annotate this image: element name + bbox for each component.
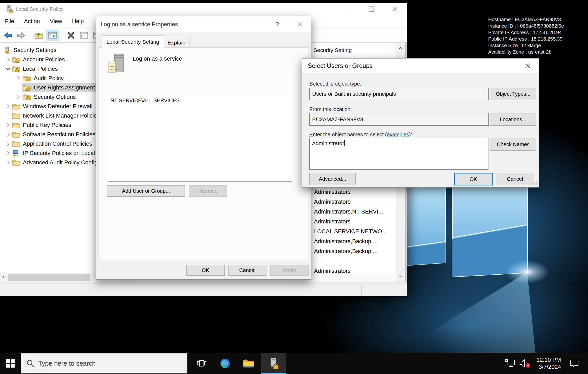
clock-time: 12:10 PM xyxy=(537,356,561,363)
dialog-close-button[interactable] xyxy=(520,59,535,73)
dialog-titlebar[interactable]: Log on as a service Properties ? xyxy=(96,16,311,33)
menu-action[interactable]: Action xyxy=(19,15,45,28)
apply-button[interactable]: Apply xyxy=(270,265,309,276)
statusbar-divider xyxy=(361,285,362,295)
remove-button[interactable]: Remove xyxy=(189,185,227,197)
dialog-button-row: OK Cancel Apply xyxy=(96,260,311,279)
accelerator: E xyxy=(309,132,313,137)
members-listbox[interactable]: NT SERVICE\ALL SERVICES xyxy=(108,96,292,182)
locations-button[interactable]: Locations... xyxy=(490,113,536,126)
help-button[interactable]: ? xyxy=(269,16,285,33)
resize-grip[interactable] xyxy=(532,181,537,186)
volume-tray-button[interactable] xyxy=(518,353,532,374)
from-location-label: From this location: xyxy=(309,106,352,112)
object-names-value: Administrator xyxy=(312,140,344,146)
toolbar-button-console-tree[interactable] xyxy=(46,30,59,41)
chevron-right-icon xyxy=(5,122,11,128)
chevron-left-icon xyxy=(2,275,6,279)
menu-view[interactable]: View xyxy=(45,15,67,28)
toolbar-button-delete[interactable] xyxy=(65,30,77,41)
folder-lock-icon xyxy=(23,93,31,101)
object-names-input[interactable]: Administrator xyxy=(309,138,488,170)
file-explorer-taskbar-button[interactable] xyxy=(238,353,259,374)
statusbar-divider xyxy=(291,285,291,295)
select-users-or-groups-dialog: Select Users or Groups Select this objec… xyxy=(302,58,539,188)
folder-icon xyxy=(12,112,20,119)
chevron-right-icon xyxy=(15,94,22,100)
service-policy-icon xyxy=(108,53,126,75)
ok-button[interactable]: OK xyxy=(454,173,493,185)
local-security-policy-taskbar-button[interactable] xyxy=(261,353,286,374)
close-button[interactable] xyxy=(387,3,403,15)
task-view-button[interactable] xyxy=(191,353,212,374)
toolbar-button-forward[interactable] xyxy=(15,30,27,41)
toolbar-button-up-folder[interactable] xyxy=(33,30,45,41)
local-security-policy-icon xyxy=(6,5,13,13)
member-item[interactable]: NT SERVICE\ALL SERVICES xyxy=(108,96,292,105)
location-field[interactable]: EC2AMAZ-FAN98V3 xyxy=(309,113,489,126)
chevron-right-icon xyxy=(5,140,11,147)
toolbar-button-properties[interactable] xyxy=(78,30,90,41)
tab-local-security-setting[interactable]: Local Security Setting xyxy=(102,35,164,48)
dialog-title: Log on as a service Properties xyxy=(101,16,178,33)
object-types-button[interactable]: Object Types... xyxy=(490,88,536,100)
column-divider[interactable] xyxy=(389,44,389,56)
folder-icon xyxy=(12,159,20,166)
advanced-button[interactable]: Advanced... xyxy=(309,173,356,185)
search-input[interactable]: Type here to search xyxy=(21,353,187,373)
tab-page: Log on as a service NT SERVICE\ALL SERVI… xyxy=(99,47,309,260)
cancel-button[interactable]: Cancel xyxy=(496,173,534,185)
chevron-up-icon xyxy=(398,46,403,50)
check-names-button[interactable]: Check Names xyxy=(490,138,536,151)
edge-taskbar-button[interactable] xyxy=(214,353,236,374)
network-tray-button[interactable] xyxy=(504,353,517,374)
computer-key-icon xyxy=(12,150,20,157)
taskbar: Type here to search 12:10 PM 3/7/2024 xyxy=(0,353,588,374)
taskbar-clock[interactable]: 12:10 PM 3/7/2024 xyxy=(531,353,562,374)
menu-help[interactable]: Help xyxy=(67,15,89,28)
menu-file[interactable]: File xyxy=(0,15,19,28)
action-center-button[interactable] xyxy=(566,353,583,374)
dialog-close-button[interactable] xyxy=(291,16,309,33)
folder-lock-icon xyxy=(23,75,31,82)
folder-icon xyxy=(12,131,20,138)
active-app-underline xyxy=(261,373,286,374)
object-type-field[interactable]: Users or Built-in security principals xyxy=(309,88,489,100)
tab-explain[interactable]: Explain xyxy=(164,37,190,48)
object-type-label: Select this object type: xyxy=(309,81,361,87)
chevron-right-icon xyxy=(5,150,11,157)
close-icon xyxy=(392,7,397,12)
examples-link[interactable]: examples xyxy=(387,132,409,137)
scroll-left-arrow[interactable] xyxy=(0,273,7,281)
scroll-thumb[interactable] xyxy=(8,274,90,281)
search-icon xyxy=(26,359,35,367)
start-button[interactable] xyxy=(0,353,21,374)
clock-date: 3/7/2024 xyxy=(539,363,561,370)
ok-button[interactable]: OK xyxy=(186,265,225,276)
dialog-titlebar[interactable]: Select Users or Groups xyxy=(302,59,539,73)
chevron-right-icon xyxy=(15,75,22,82)
dialog-title: Select Users or Groups xyxy=(308,59,373,73)
scroll-up-arrow[interactable] xyxy=(396,43,406,53)
local-security-policy-icon xyxy=(269,358,279,369)
close-icon xyxy=(297,22,303,27)
maximize-button[interactable] xyxy=(363,3,379,15)
ec2-info-line: Hostname : EC2AMAZ-FAN98V3 xyxy=(488,16,564,23)
cancel-button[interactable]: Cancel xyxy=(228,265,266,276)
object-type-value: Users or Built-in security principals xyxy=(312,91,396,97)
window-titlebar[interactable]: Local Security Policy xyxy=(0,3,407,15)
toolbar-button-back[interactable] xyxy=(2,30,14,41)
add-user-or-group-button[interactable]: Add User or Group... xyxy=(107,185,185,197)
network-tray-icon xyxy=(505,359,516,368)
logon-service-properties-dialog: Log on as a service Properties ? Local S… xyxy=(96,16,311,280)
chevron-right-icon xyxy=(5,56,11,63)
location-value: EC2AMAZ-FAN98V3 xyxy=(312,116,363,122)
minimize-button[interactable] xyxy=(340,3,356,15)
ec2-info-line: Instance Size : t2.xlarge xyxy=(488,42,564,49)
label-text: nter the object names to select ( xyxy=(313,132,387,137)
chevron-down-icon xyxy=(398,274,403,279)
folder-icon xyxy=(12,121,20,129)
search-placeholder: Type here to search xyxy=(38,360,96,367)
chevron-down-icon xyxy=(5,66,11,72)
scroll-down-arrow[interactable] xyxy=(396,271,406,281)
